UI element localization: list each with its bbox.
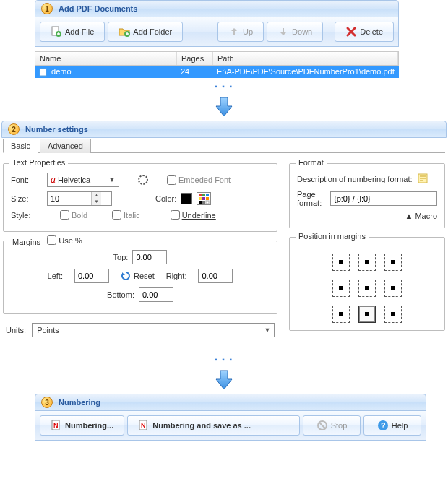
add-file-button[interactable]: Add File	[40, 22, 105, 42]
add-folder-button[interactable]: Add Folder	[108, 22, 183, 42]
move-up-button[interactable]: Up	[217, 22, 264, 42]
delete-button[interactable]: Delete	[335, 22, 394, 42]
section1-title: Add PDF Documents	[59, 4, 137, 13]
pos-mid-left[interactable]	[332, 280, 350, 297]
page-format-input[interactable]	[330, 191, 437, 206]
step2-badge: 2	[8, 124, 20, 135]
margin-top-input[interactable]	[132, 250, 167, 264]
col-path-header[interactable]: Path	[213, 52, 398, 65]
step3-badge: 3	[41, 396, 53, 408]
stop-button[interactable]: Stop	[303, 415, 361, 436]
move-down-button[interactable]: Down	[267, 22, 323, 42]
text-properties-group: Text Properties Font: a Helvetica ▼ Embe…	[3, 163, 277, 232]
tab-basic[interactable]: Basic	[3, 139, 38, 153]
numbering-save-icon: N	[138, 420, 150, 431]
format-group: Format Description of numbering format: …	[289, 163, 445, 228]
pos-top-left[interactable]	[332, 254, 350, 271]
color-picker-button[interactable]	[197, 192, 211, 205]
section3-title: Numbering	[59, 398, 100, 407]
svg-rect-4	[199, 194, 202, 196]
up-label: Up	[243, 27, 253, 36]
color-swatch[interactable]	[181, 193, 192, 204]
svg-rect-11	[202, 201, 205, 204]
page-format-label: Page format:	[297, 190, 326, 207]
font-a-icon: a	[51, 174, 56, 186]
pos-bot-center[interactable]	[358, 306, 376, 323]
col-name-header[interactable]: Name	[35, 52, 177, 65]
font-label: Font:	[11, 176, 43, 184]
pos-mid-right[interactable]	[384, 280, 402, 297]
underline-checkbox[interactable]: Underline	[171, 210, 216, 220]
row-path: E:\A-PDF\PDF\Source\PDFNumberPro1\demo.p…	[212, 66, 399, 78]
note-icon[interactable]	[417, 173, 428, 186]
format-desc-label: Description of numbering format:	[297, 175, 413, 183]
step1-badge: 1	[41, 3, 53, 14]
pos-top-right[interactable]	[384, 254, 402, 271]
table-row[interactable]: demo 24 E:\A-PDF\PDF\Source\PDFNumberPro…	[35, 66, 399, 78]
bold-checkbox[interactable]: Bold	[60, 210, 87, 220]
help-button[interactable]: ? Help	[363, 415, 421, 436]
margin-top-label: Top:	[113, 253, 129, 261]
pos-top-center[interactable]	[358, 254, 376, 271]
margin-right-label: Right:	[166, 272, 187, 280]
units-combo[interactable]: Points ▼	[32, 323, 275, 337]
pos-bot-left[interactable]	[332, 306, 350, 323]
delete-x-icon	[345, 26, 357, 38]
svg-rect-5	[202, 194, 205, 196]
file-plus-icon	[51, 26, 62, 38]
units-label: Units:	[6, 326, 26, 334]
svg-rect-10	[199, 201, 202, 204]
spin-up-icon[interactable]: ▲	[91, 192, 101, 199]
section1-toolbar: Add File Add Folder Up Down Delete	[35, 17, 399, 47]
text-properties-legend: Text Properties	[9, 158, 68, 167]
margin-left-input[interactable]	[74, 269, 109, 283]
delete-label: Delete	[360, 27, 383, 36]
macro-toggle[interactable]: ▲ Macro	[297, 212, 437, 220]
svg-rect-8	[202, 197, 205, 200]
italic-checkbox[interactable]: Italic	[112, 210, 140, 220]
chevron-down-icon: ▼	[262, 326, 272, 334]
numbering-button[interactable]: N Numbering...	[40, 415, 124, 436]
numbering-icon: N	[51, 420, 62, 431]
use-percent-checkbox[interactable]: Use %	[47, 235, 82, 245]
col-pages-header[interactable]: Pages	[177, 52, 213, 65]
color-label: Color:	[155, 194, 176, 203]
arrow-up-icon	[228, 26, 240, 38]
reset-icon	[121, 271, 131, 281]
section2-header: 2 Number settings	[1, 121, 447, 138]
font-combo[interactable]: a Helvetica ▼	[47, 173, 119, 187]
chevron-down-icon: ▼	[107, 176, 117, 183]
loading-icon	[138, 175, 148, 185]
section2-title: Number settings	[25, 125, 88, 134]
svg-rect-7	[199, 197, 202, 200]
add-folder-label: Add Folder	[133, 27, 172, 36]
svg-rect-12	[206, 201, 209, 204]
position-legend: Position in margins	[296, 232, 369, 240]
flow-arrow-2-icon	[212, 368, 236, 391]
margin-bottom-label: Bottom:	[107, 290, 134, 299]
spin-down-icon[interactable]: ▼	[91, 199, 101, 205]
pos-mid-center[interactable]	[358, 280, 376, 297]
embedded-font-checkbox[interactable]: Embeded Font	[167, 176, 231, 185]
margin-left-label: Left:	[48, 272, 63, 280]
margin-bottom-input[interactable]	[139, 287, 173, 302]
svg-rect-9	[206, 197, 209, 200]
size-spinner[interactable]: ▲▼	[47, 191, 112, 206]
pos-bot-right[interactable]	[384, 306, 402, 323]
divider	[0, 350, 448, 351]
tab-advanced[interactable]: Advanced	[40, 139, 91, 153]
position-grid	[332, 254, 402, 323]
style-label: Style:	[11, 211, 43, 220]
margins-group: Margins Use % Top: Left: Reset Right:	[3, 240, 277, 314]
file-table-header: Name Pages Path	[35, 51, 399, 66]
flow-arrow-1-icon	[212, 95, 236, 118]
numbering-save-as-button[interactable]: N Numbering and save as ...	[127, 415, 300, 436]
svg-rect-3	[40, 69, 46, 76]
svg-text:N: N	[141, 422, 146, 429]
reset-margins-button[interactable]: Reset	[121, 271, 155, 281]
svg-text:?: ?	[381, 421, 386, 430]
arrow-down-icon	[277, 26, 289, 38]
size-input[interactable]	[48, 192, 91, 205]
margin-right-input[interactable]	[198, 269, 233, 283]
position-group: Position in margins	[289, 237, 445, 331]
